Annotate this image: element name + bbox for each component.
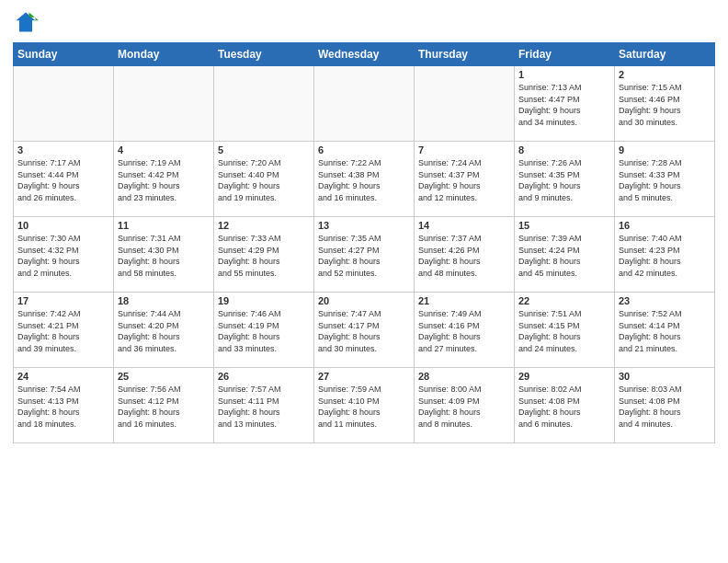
day-number: 7: [418, 144, 510, 155]
calendar-cell: 24Sunrise: 7:54 AM Sunset: 4:13 PM Dayli…: [14, 368, 114, 443]
day-number: 12: [218, 220, 310, 231]
day-info: Sunrise: 7:40 AM Sunset: 4:23 PM Dayligh…: [619, 233, 711, 279]
day-info: Sunrise: 7:24 AM Sunset: 4:37 PM Dayligh…: [418, 157, 510, 203]
header: [13, 9, 715, 35]
weekday-header-monday: Monday: [114, 43, 214, 66]
calendar-cell: [214, 66, 314, 142]
weekday-header-thursday: Thursday: [415, 43, 515, 66]
calendar-cell: 22Sunrise: 7:51 AM Sunset: 4:15 PM Dayli…: [515, 293, 615, 368]
day-number: 4: [118, 144, 210, 155]
weekday-header-wednesday: Wednesday: [314, 43, 415, 66]
day-info: Sunrise: 7:35 AM Sunset: 4:27 PM Dayligh…: [318, 233, 410, 279]
calendar-cell: 21Sunrise: 7:49 AM Sunset: 4:16 PM Dayli…: [415, 293, 515, 368]
day-number: 20: [318, 295, 410, 306]
day-info: Sunrise: 8:02 AM Sunset: 4:08 PM Dayligh…: [518, 384, 610, 430]
day-number: 13: [318, 220, 410, 231]
weekday-header-tuesday: Tuesday: [214, 43, 314, 66]
calendar-week-2: 3Sunrise: 7:17 AM Sunset: 4:44 PM Daylig…: [14, 142, 715, 217]
day-number: 15: [518, 220, 610, 231]
calendar-week-3: 10Sunrise: 7:30 AM Sunset: 4:32 PM Dayli…: [14, 217, 715, 293]
calendar-cell: 15Sunrise: 7:39 AM Sunset: 4:24 PM Dayli…: [515, 217, 615, 293]
day-info: Sunrise: 7:49 AM Sunset: 4:16 PM Dayligh…: [418, 308, 510, 354]
day-info: Sunrise: 7:28 AM Sunset: 4:33 PM Dayligh…: [619, 157, 711, 203]
day-info: Sunrise: 7:57 AM Sunset: 4:11 PM Dayligh…: [218, 384, 310, 430]
calendar-week-5: 24Sunrise: 7:54 AM Sunset: 4:13 PM Dayli…: [14, 368, 715, 443]
day-number: 5: [218, 144, 310, 155]
day-number: 25: [118, 371, 210, 382]
calendar-cell: 9Sunrise: 7:28 AM Sunset: 4:33 PM Daylig…: [615, 142, 715, 217]
day-info: Sunrise: 7:22 AM Sunset: 4:38 PM Dayligh…: [318, 157, 410, 203]
calendar-cell: 27Sunrise: 7:59 AM Sunset: 4:10 PM Dayli…: [314, 368, 415, 443]
day-number: 9: [619, 144, 711, 155]
calendar-cell: [314, 66, 415, 142]
day-info: Sunrise: 7:46 AM Sunset: 4:19 PM Dayligh…: [218, 308, 310, 354]
day-info: Sunrise: 7:56 AM Sunset: 4:12 PM Dayligh…: [118, 384, 210, 430]
day-info: Sunrise: 8:03 AM Sunset: 4:08 PM Dayligh…: [619, 384, 711, 430]
calendar-cell: 30Sunrise: 8:03 AM Sunset: 4:08 PM Dayli…: [615, 368, 715, 443]
day-number: 21: [418, 295, 510, 306]
day-number: 16: [619, 220, 711, 231]
day-number: 8: [518, 144, 610, 155]
calendar-cell: 5Sunrise: 7:20 AM Sunset: 4:40 PM Daylig…: [214, 142, 314, 217]
day-info: Sunrise: 7:44 AM Sunset: 4:20 PM Dayligh…: [118, 308, 210, 354]
calendar-cell: 8Sunrise: 7:26 AM Sunset: 4:35 PM Daylig…: [515, 142, 615, 217]
day-info: Sunrise: 7:54 AM Sunset: 4:13 PM Dayligh…: [17, 384, 109, 430]
day-number: 1: [518, 69, 610, 80]
logo-icon: [13, 9, 39, 35]
day-info: Sunrise: 7:39 AM Sunset: 4:24 PM Dayligh…: [518, 233, 610, 279]
calendar-cell: 3Sunrise: 7:17 AM Sunset: 4:44 PM Daylig…: [14, 142, 114, 217]
calendar: SundayMondayTuesdayWednesdayThursdayFrid…: [13, 42, 715, 443]
day-number: 14: [418, 220, 510, 231]
day-info: Sunrise: 7:47 AM Sunset: 4:17 PM Dayligh…: [318, 308, 410, 354]
calendar-cell: 17Sunrise: 7:42 AM Sunset: 4:21 PM Dayli…: [14, 293, 114, 368]
calendar-cell: 4Sunrise: 7:19 AM Sunset: 4:42 PM Daylig…: [114, 142, 214, 217]
day-number: 24: [17, 371, 109, 382]
calendar-cell: 18Sunrise: 7:44 AM Sunset: 4:20 PM Dayli…: [114, 293, 214, 368]
calendar-cell: [14, 66, 114, 142]
calendar-cell: 14Sunrise: 7:37 AM Sunset: 4:26 PM Dayli…: [415, 217, 515, 293]
day-number: 10: [17, 220, 109, 231]
day-info: Sunrise: 7:20 AM Sunset: 4:40 PM Dayligh…: [218, 157, 310, 203]
calendar-cell: 29Sunrise: 8:02 AM Sunset: 4:08 PM Dayli…: [515, 368, 615, 443]
calendar-cell: 23Sunrise: 7:52 AM Sunset: 4:14 PM Dayli…: [615, 293, 715, 368]
calendar-cell: 1Sunrise: 7:13 AM Sunset: 4:47 PM Daylig…: [515, 66, 615, 142]
day-info: Sunrise: 7:13 AM Sunset: 4:47 PM Dayligh…: [518, 82, 610, 128]
logo: [13, 9, 42, 35]
day-number: 27: [318, 371, 410, 382]
calendar-cell: 2Sunrise: 7:15 AM Sunset: 4:46 PM Daylig…: [615, 66, 715, 142]
day-info: Sunrise: 7:37 AM Sunset: 4:26 PM Dayligh…: [418, 233, 510, 279]
day-number: 6: [318, 144, 410, 155]
calendar-header-row: SundayMondayTuesdayWednesdayThursdayFrid…: [14, 43, 715, 66]
day-number: 28: [418, 371, 510, 382]
day-info: Sunrise: 7:51 AM Sunset: 4:15 PM Dayligh…: [518, 308, 610, 354]
calendar-cell: 16Sunrise: 7:40 AM Sunset: 4:23 PM Dayli…: [615, 217, 715, 293]
day-info: Sunrise: 7:15 AM Sunset: 4:46 PM Dayligh…: [619, 82, 711, 128]
day-info: Sunrise: 7:52 AM Sunset: 4:14 PM Dayligh…: [619, 308, 711, 354]
calendar-cell: 12Sunrise: 7:33 AM Sunset: 4:29 PM Dayli…: [214, 217, 314, 293]
day-number: 29: [518, 371, 610, 382]
weekday-header-friday: Friday: [515, 43, 615, 66]
day-info: Sunrise: 7:17 AM Sunset: 4:44 PM Dayligh…: [17, 157, 109, 203]
day-number: 11: [118, 220, 210, 231]
weekday-header-saturday: Saturday: [615, 43, 715, 66]
weekday-header-sunday: Sunday: [14, 43, 114, 66]
calendar-cell: 13Sunrise: 7:35 AM Sunset: 4:27 PM Dayli…: [314, 217, 415, 293]
page: SundayMondayTuesdayWednesdayThursdayFrid…: [0, 0, 728, 563]
svg-marker-0: [17, 13, 36, 32]
calendar-cell: 28Sunrise: 8:00 AM Sunset: 4:09 PM Dayli…: [415, 368, 515, 443]
day-info: Sunrise: 7:19 AM Sunset: 4:42 PM Dayligh…: [118, 157, 210, 203]
day-number: 30: [619, 371, 711, 382]
day-info: Sunrise: 7:26 AM Sunset: 4:35 PM Dayligh…: [518, 157, 610, 203]
day-number: 3: [17, 144, 109, 155]
calendar-week-1: 1Sunrise: 7:13 AM Sunset: 4:47 PM Daylig…: [14, 66, 715, 142]
calendar-week-4: 17Sunrise: 7:42 AM Sunset: 4:21 PM Dayli…: [14, 293, 715, 368]
calendar-cell: [415, 66, 515, 142]
calendar-cell: 26Sunrise: 7:57 AM Sunset: 4:11 PM Dayli…: [214, 368, 314, 443]
day-number: 26: [218, 371, 310, 382]
day-info: Sunrise: 7:31 AM Sunset: 4:30 PM Dayligh…: [118, 233, 210, 279]
calendar-cell: 7Sunrise: 7:24 AM Sunset: 4:37 PM Daylig…: [415, 142, 515, 217]
calendar-cell: 19Sunrise: 7:46 AM Sunset: 4:19 PM Dayli…: [214, 293, 314, 368]
day-info: Sunrise: 7:30 AM Sunset: 4:32 PM Dayligh…: [17, 233, 109, 279]
calendar-cell: 25Sunrise: 7:56 AM Sunset: 4:12 PM Dayli…: [114, 368, 214, 443]
day-info: Sunrise: 7:59 AM Sunset: 4:10 PM Dayligh…: [318, 384, 410, 430]
